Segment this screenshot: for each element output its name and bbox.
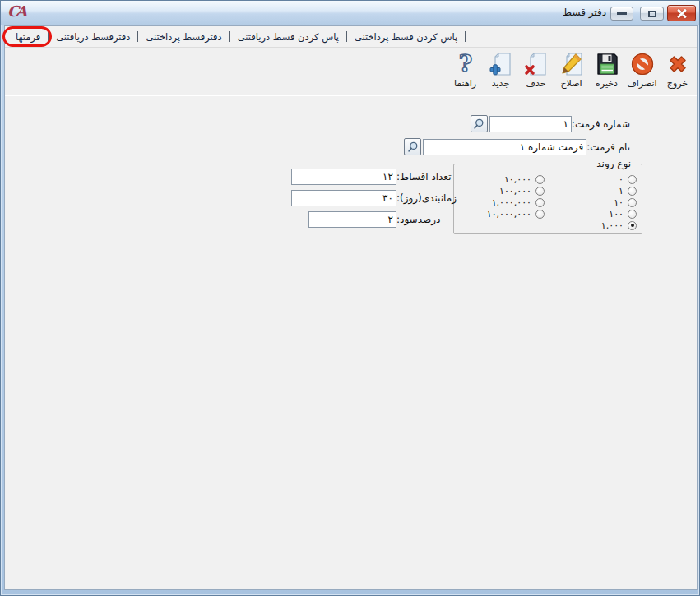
radio-round-10000000[interactable]: ۱۰,۰۰۰,۰۰۰ [487, 208, 545, 219]
maximize-icon [648, 11, 656, 17]
radio-round-100[interactable]: ۱۰۰ [601, 208, 637, 219]
radio-circle [535, 210, 545, 219]
delete-document-icon [523, 51, 549, 77]
format-number-search-button[interactable] [471, 115, 488, 132]
radio-round-1[interactable]: ۱ [601, 185, 637, 196]
tab-strip: فرمتها دفترقسط دریافتنی دفترقسط پرداختنی… [5, 26, 697, 48]
window-title: دفتر قسط [563, 7, 606, 18]
radio-circle [628, 187, 637, 196]
radio-circle [535, 198, 545, 207]
cancel-button[interactable]: انصراف [624, 51, 660, 89]
minimize-icon [617, 12, 627, 15]
edit-button[interactable]: اصلاح [554, 51, 589, 89]
rounding-options-left-column: ۱۰,۰۰۰ ۱۰۰,۰۰۰ ۱,۰۰۰,۰۰۰ ۱۰,۰۰۰,۰۰۰ [487, 173, 545, 219]
tab-installment-book-payable[interactable]: دفترقسط پرداختنی [138, 30, 229, 44]
maximize-button[interactable] [640, 7, 664, 21]
format-name-search-button[interactable] [404, 138, 421, 155]
titlebar: CA دفتر قسط [1, 1, 699, 25]
radio-round-0[interactable]: ۰ [601, 173, 637, 185]
save-floppy-icon [594, 51, 620, 77]
close-button[interactable] [667, 5, 696, 21]
edit-pencil-icon [559, 51, 585, 77]
tab-divider [465, 31, 466, 42]
format-number-input[interactable] [489, 116, 572, 132]
radio-round-10000[interactable]: ۱۰,۰۰۰ [487, 173, 545, 185]
tab-clear-payable-installment[interactable]: پاس کردن قسط پرداختنی [347, 30, 465, 44]
tab-installment-book-receivable[interactable]: دفترقسط دریافتنی [49, 30, 137, 44]
radio-round-1000000[interactable]: ۱,۰۰۰,۰۰۰ [487, 196, 545, 208]
new-document-icon [488, 51, 514, 77]
close-icon [676, 7, 688, 19]
search-icon [406, 141, 420, 154]
help-icon: ? [452, 51, 479, 77]
toolbar: ? راهنما جدید حذف [5, 48, 697, 95]
profit-percent-row: درصدسود: [308, 210, 440, 228]
tab-formats[interactable]: فرمتها [8, 30, 48, 44]
schedule-days-label: زمانبندی(روز): [396, 192, 457, 204]
delete-button[interactable]: حذف [518, 51, 554, 89]
radio-circle [628, 198, 637, 207]
radio-round-10[interactable]: ۱۰ [601, 196, 637, 208]
search-icon [472, 118, 485, 131]
profit-percent-label: درصدسود: [396, 214, 440, 225]
profit-percent-input[interactable] [308, 211, 396, 228]
help-button[interactable]: ? راهنما [447, 51, 483, 89]
radio-circle [628, 175, 637, 184]
exit-button[interactable]: خروج [660, 51, 695, 89]
exit-x-icon [665, 51, 691, 77]
cancel-no-entry-icon [629, 51, 656, 77]
format-number-label: شماره فرمت: [572, 118, 630, 130]
new-button[interactable]: جدید [483, 51, 518, 89]
radio-circle-checked [628, 221, 637, 230]
tab-clear-receivable-installment[interactable]: پاس کردن قسط دریافتنی [230, 30, 346, 44]
radio-circle [628, 210, 637, 219]
installments-count-label: تعداد اقساط: [396, 171, 452, 182]
svg-text:?: ? [458, 51, 471, 77]
installments-count-row: تعداد اقساط: [291, 168, 452, 185]
schedule-days-input[interactable] [291, 190, 396, 206]
schedule-days-row: زمانبندی(روز): [291, 189, 457, 206]
rounding-options-right-column: ۰ ۱ ۱۰ ۱۰۰ ۱,۰۰۰ [601, 173, 637, 231]
format-number-row: شماره فرمت: [471, 115, 630, 132]
rounding-type-groupbox: نوع روند ۰ ۱ ۱۰ ۱۰۰ [453, 164, 642, 234]
client-area: فرمتها دفترقسط دریافتنی دفترقسط پرداختنی… [4, 25, 698, 590]
app-window: CA دفتر قسط فرمتها دفترقسط دریافتنی دفتر… [0, 0, 700, 596]
minimize-button[interactable] [610, 7, 633, 21]
installments-count-input[interactable] [291, 169, 396, 185]
app-logo: CA [7, 2, 24, 20]
radio-circle [535, 187, 545, 196]
rounding-type-title: نوع روند [593, 158, 634, 169]
format-name-input[interactable] [423, 139, 586, 155]
radio-round-1000-selected[interactable]: ۱,۰۰۰ [601, 219, 637, 231]
format-name-row: نام فرمت: [404, 138, 630, 155]
format-name-label: نام فرمت: [586, 141, 630, 153]
radio-circle [535, 175, 545, 184]
save-button[interactable]: ذخیره [589, 51, 624, 89]
radio-round-100000[interactable]: ۱۰۰,۰۰۰ [487, 185, 545, 196]
